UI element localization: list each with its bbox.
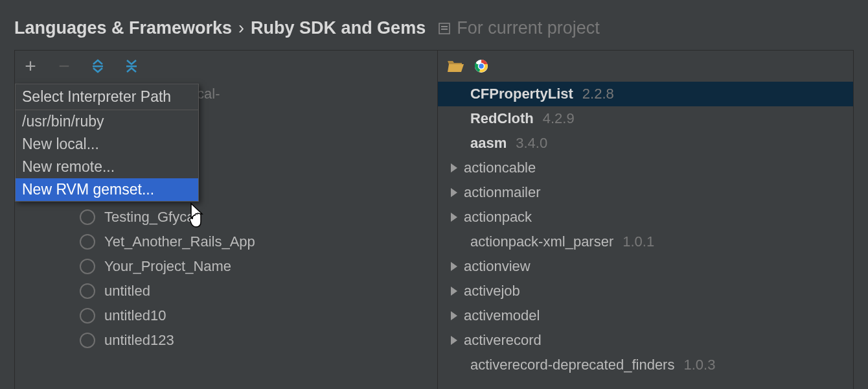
popup-title: Select Interpreter Path [16,84,198,110]
gem-name: activerecord-deprecated_finders [470,357,675,373]
gemset-label: untitled [104,283,150,300]
interpreter-path-popup: Select Interpreter Path /usr/bin/rubyNew… [15,84,199,202]
gem-item[interactable]: aasm3.4.0 [438,131,853,156]
gem-item[interactable]: CFPropertyList2.2.8 [438,82,853,106]
expand-triangle-icon[interactable] [451,311,457,320]
gem-name: actionview [464,258,531,275]
gemset-item[interactable]: untitled123 [15,328,437,353]
gem-version: 1.0.3 [683,357,715,373]
gemset-label: untitled10 [104,307,166,324]
minus-icon: − [58,56,70,76]
gem-item[interactable]: activerecord-deprecated_finders1.0.3 [438,353,853,377]
radio-icon[interactable] [80,333,95,348]
radio-icon[interactable] [80,308,95,324]
svg-rect-4 [126,65,137,67]
remove-sdk-button[interactable]: − [55,57,73,75]
popup-menu-item[interactable]: /usr/bin/ruby [16,110,198,133]
gem-item[interactable]: RedCloth4.2.9 [438,106,853,131]
gem-name: activerecord [464,332,542,349]
breadcrumb: Languages & Frameworks › Ruby SDK and Ge… [0,0,868,50]
gem-name: activemodel [464,307,540,324]
radio-icon[interactable] [80,283,95,299]
gem-name: aasm [470,135,507,152]
plus-icon: + [25,56,36,76]
expand-triangle-icon[interactable] [451,163,457,172]
gem-item[interactable]: activejob [438,279,853,303]
gem-item[interactable]: actionmailer [438,180,853,205]
gem-item[interactable]: activemodel [438,303,853,328]
gem-item[interactable]: activerecord [438,328,853,353]
collapse-all-button[interactable] [122,57,141,75]
gem-version: 2.2.8 [582,86,614,102]
gem-item[interactable]: actionpack [438,205,853,230]
expand-all-button[interactable] [89,57,107,75]
breadcrumb-level2: Ruby SDK and Gems [251,18,426,38]
gems-list[interactable]: CFPropertyList2.2.8RedCloth4.2.9aasm3.4.… [438,82,853,377]
gemset-item[interactable]: untitled10 [15,303,437,328]
add-sdk-button[interactable]: + [21,57,40,75]
gemset-label: Testing_Gfycat [104,209,199,226]
browser-button[interactable] [474,59,488,73]
gems-panel: CFPropertyList2.2.8RedCloth4.2.9aasm3.4.… [438,50,854,389]
svg-rect-2 [441,29,448,30]
gemset-label: Your_Project_Name [104,258,231,275]
svg-rect-3 [93,65,103,67]
radio-icon[interactable] [80,259,95,274]
expand-triangle-icon[interactable] [451,188,457,197]
project-scope-icon [439,23,450,34]
popup-menu-item[interactable]: New remote... [16,156,198,178]
gem-item[interactable]: actionview [438,254,853,279]
gem-name: actionpack [464,209,532,226]
expand-triangle-icon[interactable] [451,287,457,296]
gem-version: 1.0.1 [622,233,654,250]
radio-icon[interactable] [80,234,95,250]
gem-version: 3.4.0 [516,135,547,152]
gemset-item[interactable]: Your_Project_Name [15,254,437,279]
sdk-toolbar: + − [15,51,437,82]
expand-triangle-icon[interactable] [451,213,457,222]
gem-item[interactable]: actionpack-xml_parser1.0.1 [438,230,853,254]
gem-name: CFPropertyList [470,86,573,102]
svg-rect-1 [441,26,448,27]
sdk-panel: + − .3-p222 (docker://rails-local- defau… [14,50,438,389]
gem-item[interactable]: actioncable [438,156,853,180]
gemset-item[interactable]: untitled [15,279,437,303]
gems-toolbar [438,51,853,82]
expand-triangle-icon[interactable] [451,336,457,345]
gemset-item[interactable]: Yet_Another_Rails_App [15,230,437,254]
popup-menu-item[interactable]: New local... [16,133,198,156]
popup-menu-item[interactable]: New RVM gemset... [16,178,198,201]
project-scope-label: For current project [457,18,600,38]
gemset-label: Yet_Another_Rails_App [104,233,255,250]
gem-name: actionpack-xml_parser [470,233,613,250]
breadcrumb-level1[interactable]: Languages & Frameworks [14,18,232,38]
gem-name: RedCloth [470,110,534,127]
gem-name: actionmailer [464,184,541,201]
gem-name: activejob [464,283,520,300]
radio-icon[interactable] [80,209,95,225]
gemset-label: untitled123 [104,332,174,349]
gem-version: 4.2.9 [543,110,575,127]
open-folder-button[interactable] [447,59,464,73]
gemset-item[interactable]: Testing_Gfycat [15,205,437,230]
breadcrumb-separator: › [238,18,244,38]
expand-triangle-icon[interactable] [451,262,457,271]
gem-name: actioncable [464,159,536,176]
